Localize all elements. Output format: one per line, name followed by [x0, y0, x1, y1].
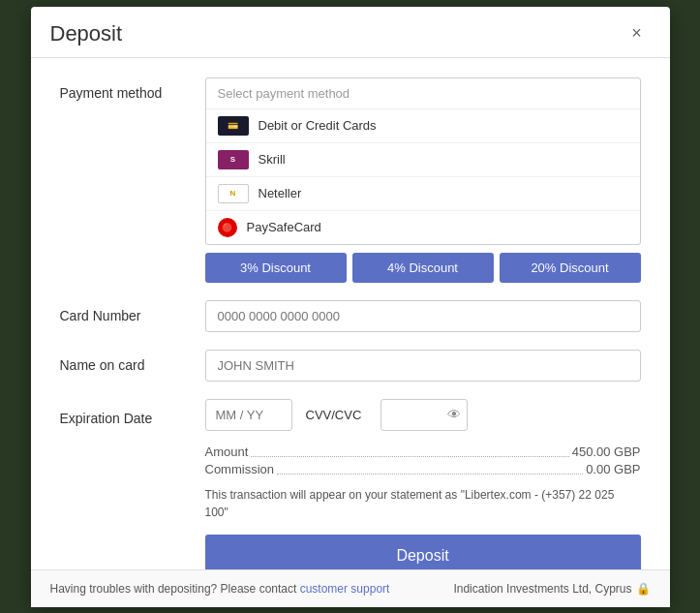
name-on-card-label: Name on card: [60, 350, 205, 373]
option-paysafe[interactable]: 🔴 PaySafeCard: [206, 211, 640, 244]
card-icon: 💳: [218, 116, 249, 136]
card-number-row: Card Number: [60, 300, 641, 332]
payment-method-row: Payment method Select payment method 💳 D…: [60, 77, 641, 283]
option-paysafe-label: PaySafeCard: [247, 220, 321, 234]
deposit-modal: Deposit × Payment method Select payment …: [31, 7, 670, 607]
transaction-note: This transaction will appear on your sta…: [60, 486, 641, 521]
neteller-icon: N: [218, 184, 249, 203]
deposit-button[interactable]: Deposit: [205, 535, 641, 569]
paysafe-icon: 🔴: [218, 218, 237, 237]
deposit-button-wrap: Deposit: [60, 535, 641, 569]
discount-3-button[interactable]: 3% Discount: [205, 253, 347, 283]
payment-method-control: Select payment method 💳 Debit or Credit …: [205, 77, 641, 283]
name-on-card-row: Name on card: [60, 350, 641, 382]
brand-lock-icon: 🔒: [636, 582, 651, 596]
option-card[interactable]: 💳 Debit or Credit Cards: [206, 109, 640, 143]
commission-summary-line: Commission 0.00 GBP: [205, 462, 641, 476]
commission-summary-label: Commission: [205, 462, 275, 476]
skrill-icon: S: [218, 150, 249, 169]
card-number-label: Card Number: [60, 300, 205, 323]
expiry-cvv-inputs: CVV/CVC 👁: [205, 399, 641, 431]
modal-title: Deposit: [50, 21, 123, 46]
trouble-text: Having troubles with depositing? Please …: [50, 582, 297, 596]
cvv-label: CVV/CVC: [306, 408, 362, 422]
cvv-input-wrap: 👁: [380, 399, 468, 431]
amount-summary-value: 450.00 GBP: [572, 444, 641, 459]
expiry-input[interactable]: [205, 399, 292, 431]
payment-method-label: Payment method: [60, 77, 205, 101]
amount-dots: [251, 456, 568, 457]
payment-method-dropdown[interactable]: Select payment method 💳 Debit or Credit …: [205, 77, 641, 245]
summary-section: Amount 450.00 GBP Commission 0.00 GBP: [60, 444, 641, 476]
card-number-input[interactable]: [205, 300, 641, 332]
eye-icon[interactable]: 👁: [447, 407, 461, 422]
modal-overlay[interactable]: Deposit × Payment method Select payment …: [0, 0, 700, 613]
brand-name: Indication Investments Ltd, Cyprus: [453, 582, 631, 596]
option-card-label: Debit or Credit Cards: [259, 118, 377, 133]
option-neteller[interactable]: N Neteller: [206, 177, 640, 211]
expiry-cvv-row: Expiration Date CVV/CVC 👁: [60, 399, 641, 431]
discount-buttons: 3% Discount 4% Discount 20% Discount: [205, 253, 641, 283]
customer-support-link[interactable]: customer support: [300, 582, 390, 596]
amount-summary-line: Amount 450.00 GBP: [205, 444, 641, 459]
commission-summary-value: 0.00 GBP: [586, 462, 640, 476]
dropdown-placeholder: Select payment method: [206, 78, 640, 109]
expiry-label: Expiration Date: [60, 403, 205, 426]
card-number-control: [205, 300, 641, 332]
name-on-card-control: [205, 350, 641, 382]
name-on-card-input[interactable]: [205, 350, 641, 382]
option-skrill-label: Skrill: [259, 152, 286, 167]
commission-dots: [277, 474, 583, 475]
modal-body: Payment method Select payment method 💳 D…: [31, 58, 670, 569]
footer-trouble-text: Having troubles with depositing? Please …: [50, 582, 390, 596]
amount-summary-label: Amount: [205, 444, 249, 459]
footer-brand: Indication Investments Ltd, Cyprus 🔒: [453, 582, 650, 596]
option-skrill[interactable]: S Skrill: [206, 143, 640, 177]
modal-footer: Having troubles with depositing? Please …: [31, 569, 670, 607]
cvv-input[interactable]: [389, 400, 447, 430]
discount-4-button[interactable]: 4% Discount: [352, 253, 494, 283]
option-neteller-label: Neteller: [259, 186, 302, 200]
modal-header: Deposit ×: [31, 7, 670, 58]
close-button[interactable]: ×: [624, 20, 651, 47]
discount-20-button[interactable]: 20% Discount: [500, 253, 641, 283]
